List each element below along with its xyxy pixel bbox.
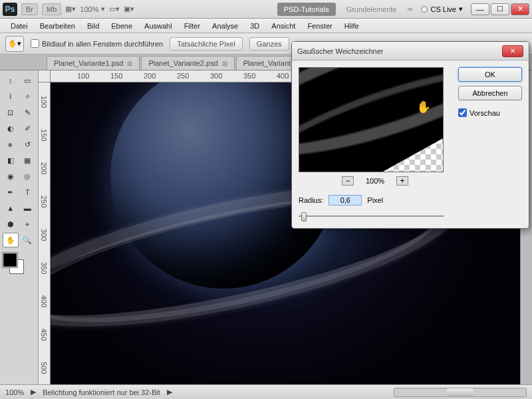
bridge-button[interactable]: Br — [21, 3, 38, 15]
radius-input[interactable] — [329, 195, 362, 205]
eraser-tool[interactable]: ◧ — [3, 153, 19, 168]
dialog-close-button[interactable]: ✕ — [502, 45, 523, 57]
move-tool[interactable]: ↕ — [3, 73, 19, 88]
actual-pixels-button[interactable]: Tatsächliche Pixel — [170, 37, 242, 51]
zoom-level-text: 100% — [80, 5, 98, 13]
menu-ansicht[interactable]: Ansicht — [266, 20, 301, 32]
color-swatches[interactable] — [3, 253, 24, 274]
workspace-psd-tutorials[interactable]: PSD-Tutorials — [277, 3, 336, 16]
dodge-tool[interactable]: ◎ — [20, 169, 36, 184]
menu-3d[interactable]: 3D — [245, 20, 265, 32]
hand-cursor-icon: ✋ — [416, 100, 431, 114]
dialog-title: Gaußscher Weichzeichner — [297, 47, 383, 55]
brush-tool[interactable]: ✐ — [20, 121, 36, 136]
vertical-ruler[interactable]: 100 150 200 250 300 350 400 450 500 — [39, 82, 51, 384]
zoom-level-dropdown[interactable]: 100% ▾ — [80, 5, 105, 13]
cancel-button[interactable]: Abbrechen — [458, 86, 522, 100]
toolbox: ↕▭ ⌇✧ ⊡✎ ◐✐ ⎈↺ ◧▦ ◉◎ ✒T ▲▬ ⬢⌖ ✋🔍 — [0, 70, 39, 384]
path-select-tool[interactable]: ▲ — [3, 201, 19, 215]
pen-tool[interactable]: ✒ — [3, 185, 19, 200]
slider-thumb[interactable] — [301, 212, 307, 221]
crop-tool[interactable]: ⊡ — [3, 105, 19, 120]
history-brush-tool[interactable]: ↺ — [20, 137, 36, 152]
blur-tool[interactable]: ◉ — [3, 169, 19, 184]
menu-auswahl[interactable]: Auswahl — [139, 20, 178, 32]
screen-mode-dropdown[interactable]: ▣▾ — [124, 5, 134, 13]
current-tool-indicator[interactable]: ✋▾ — [5, 36, 24, 52]
ruler-tick: 450 — [40, 329, 48, 340]
window-maximize-button[interactable]: ☐ — [491, 3, 509, 15]
menubar: Datei Bearbeiten Bild Ebene Auswahl Filt… — [0, 19, 532, 33]
radius-unit-label: Pixel — [367, 196, 383, 204]
ruler-origin[interactable] — [39, 70, 51, 82]
view-extras-dropdown[interactable]: ▦▾ — [65, 5, 76, 13]
window-minimize-button[interactable]: — — [471, 3, 489, 15]
ruler-tick: 100 — [77, 72, 89, 80]
scroll-all-windows-checkbox[interactable]: Bildlauf in allen Fenstern durchführen — [31, 39, 163, 48]
ruler-tick: 250 — [40, 196, 48, 207]
ruler-tick: 200 — [144, 72, 156, 80]
ruler-tick: 350 — [243, 72, 255, 80]
dialog-body: ✋ − 100% + Radius: Pixel OK Abbrechen — [292, 61, 529, 228]
scroll-all-checkbox-input[interactable] — [31, 39, 39, 48]
document-tab[interactable]: Planet_Variante1.psd⊠ — [47, 56, 140, 70]
preview-checkbox[interactable]: Vorschau — [458, 108, 522, 117]
tab-close-icon[interactable]: ⊠ — [222, 60, 227, 67]
menu-fenster[interactable]: Fenster — [302, 20, 337, 32]
ruler-tick: 200 — [40, 162, 48, 174]
status-zoom[interactable]: 100% — [5, 388, 24, 396]
document-tab[interactable]: Planet_Variant — [236, 56, 298, 70]
filter-preview[interactable]: ✋ — [299, 67, 444, 172]
tab-label: Planet_Variante2.psd — [148, 59, 217, 67]
hand-tool[interactable]: ✋ — [3, 233, 19, 247]
preview-zoom-out-button[interactable]: − — [342, 176, 354, 186]
menu-filter[interactable]: Filter — [179, 20, 205, 32]
quick-select-tool[interactable]: ✧ — [20, 89, 36, 104]
dialog-titlebar[interactable]: Gaußscher Weichzeichner ✕ — [292, 42, 529, 61]
healing-tool[interactable]: ◐ — [3, 121, 19, 136]
status-arrow-icon[interactable]: ▶ — [167, 388, 172, 396]
menu-bearbeiten[interactable]: Bearbeiten — [35, 20, 80, 32]
3d-tool[interactable]: ⬢ — [3, 217, 19, 231]
zoom-tool[interactable]: 🔍 — [20, 233, 36, 247]
ruler-tick: 150 — [110, 72, 122, 80]
stamp-tool[interactable]: ⎈ — [3, 137, 19, 152]
arrange-docs-dropdown[interactable]: ▭▾ — [109, 5, 120, 13]
scrollbar-thumb[interactable] — [447, 388, 473, 396]
foreground-color-swatch[interactable] — [3, 253, 17, 267]
lasso-tool[interactable]: ⌇ — [3, 89, 19, 104]
status-arrow-icon[interactable]: ▶ — [31, 388, 36, 396]
fit-screen-button[interactable]: Ganzes — [249, 37, 289, 51]
marquee-tool[interactable]: ▭ — [20, 73, 36, 88]
workspace-grundelemente[interactable]: Grundelemente — [340, 3, 404, 16]
preview-checkbox-input[interactable] — [458, 108, 467, 117]
ok-button[interactable]: OK — [458, 67, 522, 82]
scroll-all-label: Bildlauf in allen Fenstern durchführen — [42, 40, 163, 48]
ruler-tick: 500 — [40, 362, 48, 374]
menu-analyse[interactable]: Analyse — [207, 20, 243, 32]
menu-ebene[interactable]: Ebene — [106, 20, 138, 32]
ruler-tick: 250 — [177, 72, 189, 80]
ruler-tick: 100 — [40, 96, 48, 108]
window-close-button[interactable]: ✕ — [511, 3, 529, 15]
horizontal-scrollbar[interactable] — [394, 388, 527, 397]
type-tool[interactable]: T — [20, 185, 36, 200]
document-tab[interactable]: Planet_Variante2.psd⊠ — [141, 56, 234, 70]
radius-slider[interactable] — [299, 211, 444, 221]
camera-tool[interactable]: ⌖ — [20, 217, 36, 231]
preview-zoom-in-button[interactable]: + — [396, 176, 408, 186]
workspace-more-icon[interactable]: ≫ — [407, 6, 413, 13]
shape-tool[interactable]: ▬ — [20, 201, 36, 215]
mini-bridge-button[interactable]: Mb — [42, 3, 61, 15]
gradient-tool[interactable]: ▦ — [20, 153, 36, 168]
photoshop-icon: Ps — [3, 3, 17, 16]
menu-hilfe[interactable]: Hilfe — [339, 20, 364, 32]
menu-datei[interactable]: Datei — [5, 20, 33, 32]
eyedropper-tool[interactable]: ✎ — [20, 105, 36, 120]
preview-zoom-level: 100% — [366, 177, 384, 185]
tab-close-icon[interactable]: ⊠ — [127, 60, 132, 67]
menu-bild[interactable]: Bild — [82, 20, 104, 32]
cs-live-button[interactable]: CS Live ▾ — [417, 3, 467, 15]
status-message: Belichtung funktioniert nur bei 32-Bit — [43, 388, 160, 396]
status-bar: 100% ▶ Belichtung funktioniert nur bei 3… — [0, 384, 532, 399]
